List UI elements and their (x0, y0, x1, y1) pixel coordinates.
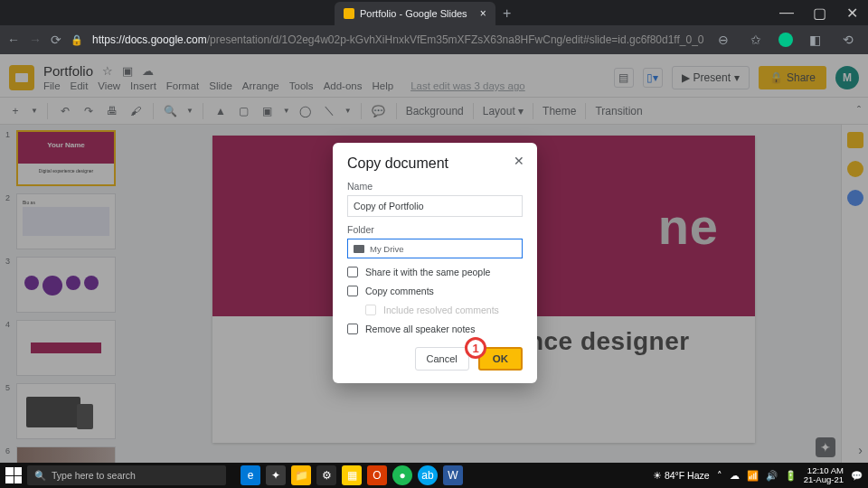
browser-titlebar: Portfolio - Google Slides × + — ▢ ✕ (0, 0, 868, 25)
settings-icon[interactable]: ⚙ (316, 465, 336, 485)
checkbox-icon (365, 305, 376, 315)
clock-date: 21-Aug-21 (804, 475, 844, 484)
spotify-icon[interactable]: ● (392, 465, 412, 485)
copy-comments-checkbox[interactable]: Copy comments (347, 286, 523, 296)
checkbox-icon (347, 324, 358, 334)
nav-forward-icon[interactable]: → (29, 33, 42, 47)
url-host: https://docs.google.com (92, 33, 207, 46)
notifications-icon[interactable]: 💬 (851, 470, 863, 482)
include-resolved-label: Include resolved comments (383, 305, 499, 315)
cloud-sync-icon[interactable]: ☁ (730, 470, 740, 481)
app-viewport: Portfolio ☆ ▣ ☁ File Edit View Insert Fo… (0, 54, 868, 463)
explorer-icon[interactable]: 📁 (291, 465, 311, 485)
tab-title: Portfolio - Google Slides (360, 8, 467, 19)
search-placeholder: Type here to search (52, 470, 136, 481)
name-input[interactable] (347, 195, 523, 217)
system-tray: ☀ 84°F Haze ˄ ☁ 📶 🔊 🔋 12:10 AM 21-Aug-21… (653, 466, 863, 484)
checkbox-icon (347, 286, 358, 296)
folder-label: Folder (347, 224, 523, 235)
cancel-button[interactable]: Cancel (415, 347, 469, 371)
nav-back-icon[interactable]: ← (7, 33, 20, 47)
slides-favicon (344, 8, 354, 19)
url-text[interactable]: https://docs.google.com/presentation/d/1… (92, 33, 704, 46)
remove-notes-label: Remove all speaker notes (365, 324, 475, 334)
folder-value: My Drive (370, 244, 403, 254)
office-icon[interactable]: O (367, 465, 387, 485)
share-same-label: Share it with the same people (365, 267, 490, 277)
nav-reload-icon[interactable]: ⟳ (51, 33, 61, 47)
wifi-icon[interactable]: 📶 (747, 470, 759, 482)
extension-icon[interactable] (778, 33, 793, 47)
search-icon: 🔍 (34, 470, 46, 482)
dialog-title: Copy document (347, 155, 523, 172)
taskbar-search[interactable]: 🔍 Type here to search (27, 465, 226, 485)
remove-notes-checkbox[interactable]: Remove all speaker notes (347, 324, 523, 334)
copy-document-dialog: Copy document ✕ Name Folder My Drive Sha… (333, 143, 537, 383)
windows-taskbar: 🔍 Type here to search e ✦ 📁 ⚙ ▦ O ● ab W… (0, 463, 868, 488)
tray-chevron-icon[interactable]: ˄ (717, 470, 722, 481)
copy-comments-label: Copy comments (365, 286, 434, 296)
window-maximize-icon[interactable]: ▢ (803, 0, 835, 25)
checkbox-icon (347, 267, 358, 277)
favorite-icon[interactable]: ✩ (746, 33, 766, 47)
window-minimize-icon[interactable]: — (770, 0, 803, 25)
window-controls: — ▢ ✕ (770, 0, 868, 25)
app-icon[interactable]: ▦ (342, 465, 362, 485)
pinned-apps: e ✦ 📁 ⚙ ▦ O ● ab W (241, 465, 463, 485)
volume-icon[interactable]: 🔊 (766, 470, 778, 482)
lock-icon[interactable]: 🔒 (71, 34, 83, 46)
annotation-badge: 1 (465, 337, 486, 359)
app-icon[interactable]: ✦ (266, 465, 286, 485)
taskbar-clock[interactable]: 12:10 AM 21-Aug-21 (804, 466, 844, 484)
zoom-icon[interactable]: ⊖ (713, 33, 733, 47)
folder-picker[interactable]: My Drive (347, 239, 523, 258)
word-icon[interactable]: W (443, 465, 463, 485)
include-resolved-checkbox: Include resolved comments (365, 305, 523, 315)
address-bar: ← → ⟳ 🔒 https://docs.google.com/presenta… (0, 25, 868, 54)
tab-close-icon[interactable]: × (480, 7, 486, 20)
app-icon[interactable]: ab (418, 465, 438, 485)
window-close-icon[interactable]: ✕ (835, 0, 868, 25)
extensions-icon[interactable]: ◧ (806, 33, 826, 47)
sync-icon[interactable]: ⟲ (838, 33, 858, 47)
share-same-checkbox[interactable]: Share it with the same people (347, 267, 523, 277)
name-label: Name (347, 181, 523, 192)
weather-widget[interactable]: ☀ 84°F Haze (653, 470, 710, 481)
folder-icon (354, 245, 364, 253)
start-button[interactable] (5, 467, 22, 483)
new-tab-button[interactable]: + (495, 2, 519, 25)
battery-icon[interactable]: 🔋 (785, 470, 797, 482)
dialog-close-icon[interactable]: ✕ (514, 154, 524, 168)
browser-tab[interactable]: Portfolio - Google Slides × (335, 2, 495, 25)
url-path: /presentation/d/1O2eg4w02p-kGvhXiHnxkVfE… (207, 33, 704, 46)
edge-icon[interactable]: e (241, 465, 260, 485)
